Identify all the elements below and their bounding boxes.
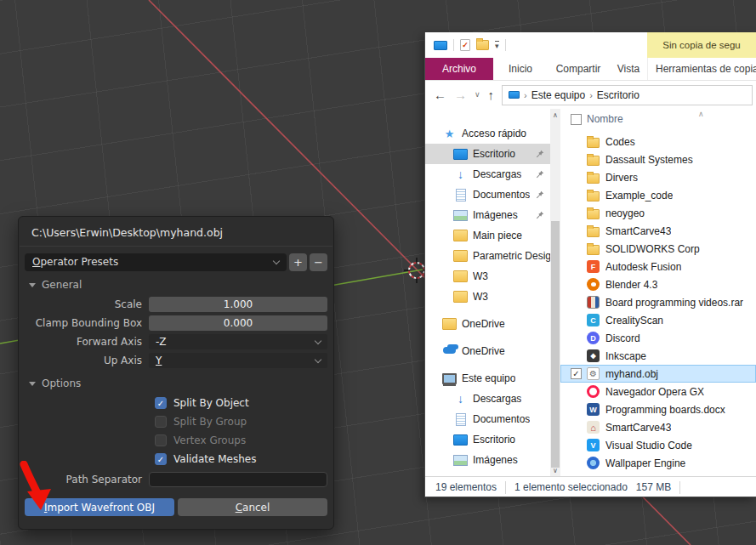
file-row[interactable]: Dassault Systemes [560,150,756,168]
file-row[interactable]: ◆ Inkscape [560,347,756,365]
up-button[interactable]: ↑ [488,88,495,101]
file-row[interactable]: C CrealityScan [560,311,756,329]
breadcrumb-este-equipo[interactable]: Este equipo [531,89,585,101]
select-all-checkbox[interactable] [571,114,582,125]
scrollbar-track[interactable] [550,121,560,464]
file-row[interactable]: Board programming videos.rar [560,293,756,311]
checkbox[interactable]: ✓ [155,397,167,409]
item-checkbox[interactable]: ✓ [571,368,582,379]
desktop-icon [453,435,468,445]
contextual-tab-group-title: Sin copia de segu [647,32,756,58]
sidebar-item[interactable]: Escritorio [425,429,550,450]
sidebar-item[interactable]: Descargas [425,164,550,185]
clamp-bounding-box-field[interactable]: 0.000 [149,315,327,331]
file-row[interactable]: F Autodesk Fusion [560,258,756,275]
breadcrumb-escritorio[interactable]: Escritorio [597,89,639,101]
address-input[interactable]: › Este equipo › Escritorio [502,85,753,105]
add-preset-button[interactable]: + [289,253,307,271]
file-row[interactable]: Blender 4.3 [560,275,756,293]
sidebar-item[interactable]: Main piece [425,225,550,246]
scrollbar-thumb[interactable] [551,221,560,468]
sidebar-item[interactable]: Escritorio [425,144,550,164]
checkbox[interactable]: ✓ [155,453,167,465]
sidebar-item[interactable]: Imágenes [425,450,550,470]
new-folder-icon[interactable] [476,40,489,50]
option-row: ✓ Split By Object [19,394,333,412]
remove-preset-button[interactable]: − [310,253,327,271]
recent-locations-chevron-icon[interactable]: ∨ [475,91,480,99]
ribbon-tab[interactable]: Vista [609,58,648,80]
sidebar-item[interactable]: Documentos [425,185,550,205]
options-section-header[interactable]: Options [19,370,333,394]
file-row[interactable]: SmartCarve43 [560,222,756,240]
scale-field[interactable]: 1.000 [149,297,327,312]
ribbon-tab[interactable]: Archivo [425,58,493,80]
scroll-up-icon[interactable]: ∧ [550,109,560,121]
file-row[interactable]: Wallpaper Engine [560,454,756,472]
file-name: Inkscape [605,350,646,362]
file-row[interactable]: V Visual Studio Code [560,436,756,454]
general-section-header[interactable]: General [19,271,333,295]
file-row[interactable]: D Discord [560,329,756,347]
sidebar-item[interactable]: Este equipo [425,368,550,389]
path-separator-input[interactable] [149,472,327,487]
sidebar-item[interactable]: Documentos [425,409,550,429]
file-row[interactable]: Navegador Opera GX [560,383,756,400]
blender-icon [587,278,600,291]
file-row[interactable]: Codes [560,133,756,150]
sidebar-item[interactable]: OneDrive [425,341,550,361]
name-column-header[interactable]: Nombre ∧ [560,109,756,129]
forward-axis-label: Forward Axis [25,336,149,348]
sidebar-scrollbar[interactable]: ∧ ∨ [550,109,560,476]
file-row[interactable]: W Programming boards.docx [560,400,756,418]
cancel-button[interactable]: Cancel [178,498,327,516]
chevron-down-icon [273,257,280,264]
sidebar-item[interactable]: Parametric Desig [425,246,550,266]
pictures-icon [453,455,468,466]
sidebar-item[interactable]: Imágenes [425,205,550,225]
file-row[interactable]: Example_code [560,186,756,204]
checkbox[interactable] [155,434,167,446]
properties-check-icon[interactable]: ✓ [460,39,470,51]
checkbox[interactable] [155,416,167,428]
document-icon [453,413,468,426]
section-expand-icon [29,382,36,386]
folder-icon [587,245,600,255]
file-row[interactable]: SOLIDWORKS Corp [560,240,756,258]
explorer-titlebar[interactable]: ✓ ▾ Sin copia de segu [425,32,756,58]
sidebar-item[interactable]: W3 [425,287,550,307]
address-bar: ← → ∨ ↑ › Este equipo › Escritorio [425,81,756,109]
option-label: Split By Object [173,397,249,409]
forward-axis-dropdown[interactable]: -Z [149,334,327,349]
file-row[interactable]: neoygeo [560,204,756,222]
folder-icon [587,209,600,219]
options-checkbox-list: ✓ Split By Object Split By Group Vertex … [19,394,333,468]
quick-access-toolbar-caret-icon[interactable]: ▾ [495,41,499,50]
sidebar-item[interactable]: W3 [425,266,550,287]
forward-button[interactable]: → [454,88,467,101]
file-row[interactable]: ⌂ SmartCarve43 [560,418,756,436]
navigation-pane: Acceso rápido Escritorio Descargas [425,109,550,476]
ribbon-tab[interactable]: Inicio [493,58,548,80]
sidebar-item[interactable]: OneDrive [425,314,550,334]
sidebar-item[interactable]: Acceso rápido [425,123,550,144]
back-button[interactable]: ← [434,88,446,101]
folder-icon [587,138,600,148]
folder-icon [453,230,468,241]
selection-size: 157 MB [636,481,671,493]
ribbon-tab[interactable]: Compartir [548,58,609,80]
fusion-icon: F [587,260,600,273]
ribbon-tab[interactable]: Herramientas de copia d [647,58,756,80]
file-row[interactable]: ✓ ⚙ myhand.obj [560,365,756,383]
operator-presets-dropdown[interactable]: Operator Presets [25,253,287,271]
file-name: Navegador Opera GX [605,386,704,398]
pin-icon [536,211,544,219]
up-axis-dropdown[interactable]: Y [149,353,327,368]
file-name: neoygeo [605,207,645,219]
sidebar-item[interactable]: Descargas [425,389,550,409]
file-row[interactable]: Dirvers [560,168,756,186]
scale-label: Scale [25,298,149,310]
this-pc-icon [434,41,447,50]
file-name: Dirvers [605,172,638,184]
file-list-pane: Nombre ∧ Codes Dassault Systemes [560,109,756,476]
